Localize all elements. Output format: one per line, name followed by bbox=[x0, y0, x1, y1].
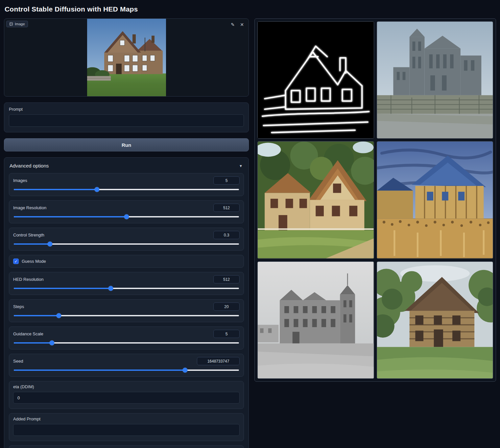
control-strength-slider-group: Control Strength bbox=[9, 228, 244, 251]
main-layout: Image ✎ ✕ bbox=[4, 18, 496, 448]
images-value-input[interactable] bbox=[213, 176, 240, 185]
slider-handle[interactable] bbox=[47, 242, 52, 247]
seed-slider-group: Seed bbox=[9, 354, 244, 377]
seed-value-input[interactable] bbox=[197, 357, 240, 365]
hed-resolution-slider-group: HED Resolution bbox=[9, 272, 244, 295]
added-prompt-group: Added Prompt bbox=[9, 413, 244, 441]
control-strength-slider[interactable] bbox=[14, 243, 239, 245]
right-column bbox=[254, 18, 496, 382]
slider-fill bbox=[14, 216, 127, 217]
clear-image-button[interactable]: ✕ bbox=[238, 21, 246, 29]
advanced-options-header[interactable]: Advanced options ▼ bbox=[9, 162, 244, 173]
edit-image-button[interactable]: ✎ bbox=[229, 21, 237, 29]
app: Control Stable Diffusion with HED Maps I… bbox=[0, 0, 500, 448]
gallery-item-rustic-house[interactable] bbox=[377, 261, 493, 379]
image-resolution-label: Image Resolution bbox=[13, 205, 46, 210]
slider-handle[interactable] bbox=[108, 286, 113, 291]
output-gallery bbox=[254, 18, 496, 382]
slider-handle[interactable] bbox=[182, 368, 187, 373]
advanced-options-panel: Advanced options ▼ Images bbox=[4, 157, 249, 448]
guidance-scale-slider[interactable] bbox=[14, 342, 239, 344]
close-icon: ✕ bbox=[240, 22, 244, 27]
page-title: Control Stable Diffusion with HED Maps bbox=[5, 5, 496, 13]
uploaded-house-image[interactable] bbox=[87, 19, 166, 96]
image-resolution-slider-group: Image Resolution bbox=[9, 200, 244, 223]
slider-handle[interactable] bbox=[124, 214, 129, 219]
painted-cottage-image bbox=[258, 142, 374, 258]
hed-edge-map-image bbox=[258, 22, 374, 138]
slider-fill bbox=[14, 342, 52, 344]
slider-fill bbox=[14, 243, 50, 245]
seed-slider[interactable] bbox=[14, 370, 239, 371]
seed-label: Seed bbox=[13, 359, 23, 364]
image-resolution-value-input[interactable] bbox=[213, 204, 240, 212]
guidance-scale-value-input[interactable] bbox=[213, 330, 240, 338]
image-input-block: Image ✎ ✕ bbox=[4, 18, 249, 97]
guidance-scale-label: Guidance Scale bbox=[13, 331, 43, 336]
slider-fill bbox=[14, 288, 111, 289]
image-actions: ✎ ✕ bbox=[229, 21, 246, 29]
gallery-item-hed-map[interactable] bbox=[257, 21, 374, 139]
slider-handle[interactable] bbox=[50, 341, 55, 346]
guess-mode-label: Guess Mode bbox=[22, 259, 46, 264]
images-slider[interactable] bbox=[14, 189, 239, 190]
images-label: Images bbox=[13, 178, 27, 183]
guess-mode-group: ✓ Guess Mode bbox=[9, 255, 244, 268]
prompt-input[interactable] bbox=[9, 114, 244, 127]
added-prompt-label: Added Prompt bbox=[13, 416, 240, 421]
hed-resolution-value-input[interactable] bbox=[213, 275, 240, 283]
prompt-block: Prompt bbox=[4, 102, 249, 132]
chevron-down-icon: ▼ bbox=[239, 164, 243, 168]
eta-input[interactable] bbox=[13, 392, 240, 404]
steps-slider[interactable] bbox=[14, 315, 239, 316]
image-icon bbox=[9, 22, 13, 26]
gallery-item-painted-cottage[interactable] bbox=[257, 141, 374, 258]
gallery-item-grayscale-building[interactable] bbox=[257, 261, 374, 379]
steps-slider-group: Steps bbox=[9, 299, 244, 322]
slider-handle[interactable] bbox=[95, 187, 100, 192]
checkmark-icon: ✓ bbox=[14, 259, 17, 264]
slider-fill bbox=[14, 189, 97, 190]
control-strength-value-input[interactable] bbox=[213, 231, 240, 239]
image-input-label-badge: Image bbox=[6, 21, 28, 27]
guidance-scale-slider-group: Guidance Scale bbox=[9, 326, 244, 349]
image-input-label: Image bbox=[15, 22, 25, 26]
control-strength-label: Control Strength bbox=[13, 233, 44, 237]
slider-fill bbox=[14, 315, 59, 316]
images-slider-group: Images bbox=[9, 173, 244, 196]
image-resolution-slider[interactable] bbox=[14, 216, 239, 217]
gallery-item-painterly[interactable] bbox=[377, 141, 493, 258]
eta-label: eta (DDIM) bbox=[13, 384, 240, 389]
steps-label: Steps bbox=[13, 304, 24, 309]
cathedral-image bbox=[377, 22, 493, 138]
added-prompt-input[interactable] bbox=[13, 424, 240, 436]
run-button[interactable]: Run bbox=[4, 138, 249, 151]
negative-prompt-group: Negative Prompt bbox=[9, 445, 244, 448]
eta-group: eta (DDIM) bbox=[9, 381, 244, 409]
advanced-options-title: Advanced options bbox=[10, 163, 49, 168]
grayscale-building-image bbox=[258, 262, 374, 378]
painterly-image bbox=[377, 142, 493, 258]
hed-resolution-slider[interactable] bbox=[14, 288, 239, 289]
prompt-label: Prompt bbox=[9, 107, 244, 112]
gallery-item-cathedral[interactable] bbox=[377, 21, 493, 139]
guess-mode-checkbox[interactable]: ✓ bbox=[13, 258, 19, 264]
steps-value-input[interactable] bbox=[213, 302, 240, 311]
slider-fill bbox=[14, 370, 185, 371]
pencil-icon: ✎ bbox=[231, 22, 235, 27]
rustic-house-image bbox=[377, 262, 493, 378]
hed-resolution-label: HED Resolution bbox=[13, 277, 44, 282]
slider-handle[interactable] bbox=[57, 313, 61, 318]
left-column: Image ✎ ✕ bbox=[4, 18, 249, 448]
